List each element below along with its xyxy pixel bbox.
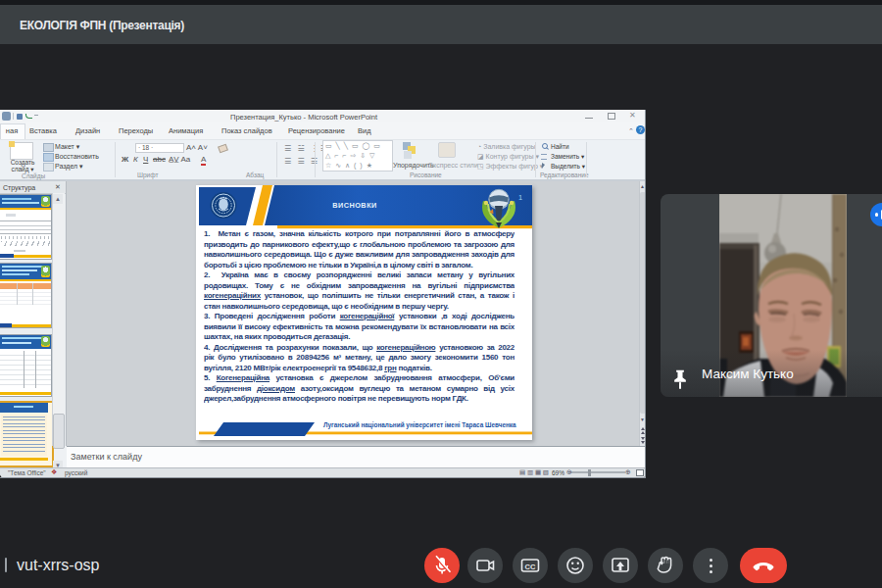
svg-text:CC: CC (525, 563, 536, 571)
